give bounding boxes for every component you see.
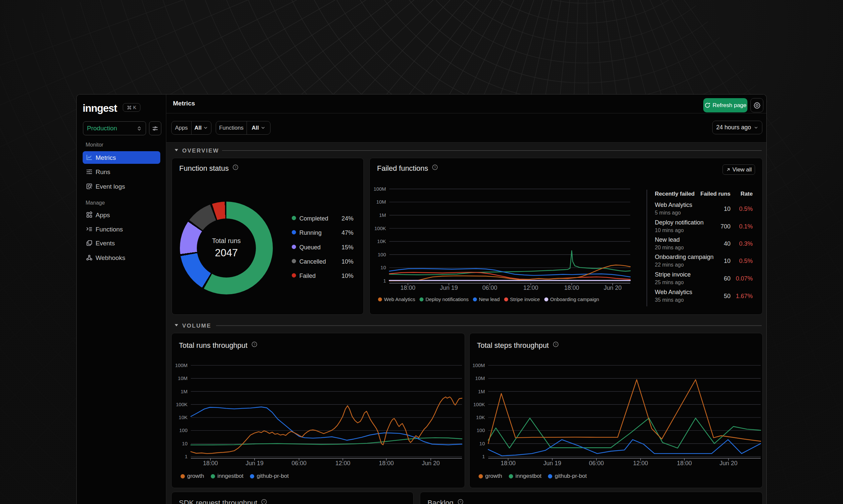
svg-text:18:00: 18:00: [677, 460, 692, 467]
svg-text:18:00: 18:00: [379, 460, 394, 467]
svg-text:18:00: 18:00: [564, 285, 579, 291]
svg-text:10M: 10M: [376, 199, 386, 204]
svg-text:Jun 19: Jun 19: [246, 460, 263, 467]
svg-text:Jun 20: Jun 20: [422, 460, 440, 467]
svg-text:Jun 19: Jun 19: [543, 460, 561, 467]
svg-text:12:00: 12:00: [633, 460, 648, 467]
svg-text:18:00: 18:00: [203, 460, 218, 467]
svg-text:100K: 100K: [374, 226, 386, 231]
svg-text:10K: 10K: [178, 414, 188, 420]
svg-text:100K: 100K: [176, 401, 188, 407]
svg-text:12:00: 12:00: [335, 460, 350, 467]
svg-text:Jun 20: Jun 20: [604, 285, 622, 291]
svg-text:100M: 100M: [472, 362, 485, 368]
svg-text:1M: 1M: [379, 212, 386, 218]
svg-text:10M: 10M: [475, 375, 485, 381]
svg-text:?: ?: [459, 500, 461, 504]
svg-text:100: 100: [179, 427, 188, 433]
svg-text:10K: 10K: [476, 414, 485, 420]
svg-text:06:00: 06:00: [589, 460, 604, 467]
svg-text:100M: 100M: [175, 362, 188, 368]
svg-text:10: 10: [479, 441, 485, 446]
svg-text:1: 1: [383, 278, 386, 284]
svg-text:100: 100: [378, 252, 386, 257]
svg-text:10K: 10K: [377, 238, 386, 244]
svg-text:1: 1: [185, 454, 188, 459]
svg-text:10: 10: [182, 441, 188, 446]
svg-text:12:00: 12:00: [523, 285, 538, 291]
svg-text:06:00: 06:00: [291, 460, 306, 467]
svg-text:?: ?: [263, 500, 265, 504]
svg-text:1: 1: [482, 454, 485, 459]
svg-text:100K: 100K: [473, 401, 485, 407]
svg-text:Jun 20: Jun 20: [720, 460, 738, 467]
svg-text:10: 10: [380, 265, 386, 270]
svg-text:10M: 10M: [178, 375, 188, 381]
svg-text:18:00: 18:00: [500, 460, 515, 467]
svg-text:100M: 100M: [373, 186, 386, 192]
svg-text:?: ?: [235, 165, 237, 169]
svg-text:100: 100: [477, 427, 485, 433]
svg-text:1M: 1M: [478, 389, 485, 394]
svg-text:Jun 19: Jun 19: [440, 285, 458, 291]
svg-text:06:00: 06:00: [482, 285, 497, 291]
svg-text:18:00: 18:00: [400, 285, 415, 291]
svg-text:1M: 1M: [180, 389, 188, 394]
